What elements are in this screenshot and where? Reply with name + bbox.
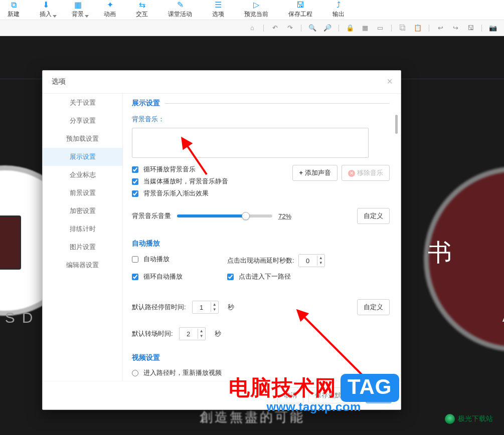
watermark-dlsite: 极光下载站 <box>445 414 493 424</box>
separator <box>481 25 482 32</box>
separator <box>339 25 339 32</box>
toolbar-label: 交互 <box>136 10 148 19</box>
row-mute-media: 当媒体播放时，背景音乐静音 <box>132 177 228 186</box>
redo-icon[interactable]: ↷ <box>286 24 294 32</box>
sidebar-item-editor[interactable]: 编辑器设置 <box>43 256 122 274</box>
checkbox-loop-autoplay[interactable] <box>132 274 138 280</box>
undo-icon[interactable]: ↶ <box>271 24 279 32</box>
toolbar-classroom[interactable]: ✎ 课堂活动 <box>168 0 192 20</box>
undo2-icon[interactable]: ↩ <box>436 24 444 32</box>
separator <box>429 25 429 32</box>
toolbar-label: 新建 <box>8 10 20 19</box>
row-click-delay: 点击出现动画延时秒数: ▲▼ <box>227 254 390 267</box>
redo2-icon[interactable]: ↪ <box>451 24 459 32</box>
slider-thumb[interactable] <box>242 212 250 220</box>
remove-icon: ✕ <box>348 170 355 177</box>
toolbar-insert[interactable]: ⬇ 插入 <box>40 0 52 20</box>
dl-logo-icon <box>445 414 455 424</box>
insert-icon: ⬇ <box>43 1 49 9</box>
delay-stepper[interactable]: ▲▼ <box>298 254 325 267</box>
sidebar-item-logo[interactable]: 企业标志 <box>43 166 122 184</box>
checkbox-label: 背景音乐渐入渐出效果 <box>143 189 209 198</box>
toolbar-label: 动画 <box>104 10 116 19</box>
sidebar-item-image[interactable]: 图片设置 <box>43 238 122 256</box>
sidebar-item-preload[interactable]: 预加载设置 <box>43 130 122 148</box>
toolbar-new[interactable]: ⧉ 新建 <box>8 0 20 20</box>
plus-icon: + <box>299 169 303 176</box>
checkbox-label: 循环自动播放 <box>143 272 183 281</box>
ruler-icon[interactable]: ▭ <box>376 24 384 32</box>
checkbox-fade[interactable] <box>132 190 138 197</box>
save-icon: 🖫 <box>296 1 304 9</box>
zoom-in-icon[interactable]: 🔍 <box>308 24 316 32</box>
close-icon[interactable]: × <box>387 76 393 87</box>
toolbar-animation[interactable]: ✦ 动画 <box>104 0 116 20</box>
path-stay-input[interactable] <box>193 301 211 313</box>
zoom-out-icon[interactable]: 🔎 <box>323 24 331 32</box>
lock-icon[interactable]: 🔒 <box>346 24 354 32</box>
toolbar-label: 选项 <box>212 10 224 19</box>
sidebar-item-foreground[interactable]: 前景设置 <box>43 184 122 202</box>
checkbox-label: 自动播放 <box>143 255 170 264</box>
transition-input[interactable] <box>180 328 198 340</box>
sidebar-item-share[interactable]: 分享设置 <box>43 112 122 130</box>
toolbar-label: 课堂活动 <box>168 10 192 19</box>
separator <box>301 25 301 32</box>
save2-icon[interactable]: 🖫 <box>466 24 474 32</box>
unit-seconds: 秒 <box>228 303 234 312</box>
row-loop-music: 循环播放背景音乐 <box>132 165 228 174</box>
checkbox-loop-music[interactable] <box>132 166 138 173</box>
checkbox-click-next[interactable] <box>227 274 234 280</box>
sidebar-item-display[interactable]: 展示设置 <box>43 148 122 166</box>
sidebar-item-rehearse[interactable]: 排练计时 <box>43 220 122 238</box>
toolbar-label: 保存工程 <box>288 10 312 19</box>
separator <box>263 25 264 32</box>
section-autoplay: 自动播放 <box>132 239 390 248</box>
toolbar-label: 输出 <box>332 10 345 19</box>
add-sound-button[interactable]: +添加声音 <box>292 165 338 181</box>
btn-label: 添加声音 <box>305 169 331 176</box>
copy-icon[interactable]: ⿻ <box>399 24 407 32</box>
spin-up-icon[interactable]: ▲ <box>211 302 218 307</box>
scrollbar-thumb[interactable] <box>395 115 398 134</box>
checkbox-autoplay[interactable] <box>132 256 138 263</box>
camera-icon[interactable]: 📷 <box>489 24 497 32</box>
dialog-sidebar: 关于设置 分享设置 预加载设置 展示设置 企业标志 前景设置 加密设置 排练计时… <box>43 94 123 381</box>
spin-up-icon[interactable]: ▲ <box>317 256 324 261</box>
divider <box>165 103 390 104</box>
delay-label: 点击出现动画延时秒数: <box>227 256 294 265</box>
row-fade: 背景音乐渐入渐出效果 <box>132 189 228 198</box>
delay-input[interactable] <box>299 255 317 267</box>
grid-icon[interactable]: ▦ <box>361 24 369 32</box>
toolbar-background[interactable]: ▦ 背景 <box>72 0 84 20</box>
caret-icon <box>53 15 57 18</box>
spin-down-icon[interactable]: ▼ <box>211 307 218 312</box>
row-loop-autoplay: 循环自动播放 <box>132 272 227 281</box>
volume-row: 背景音乐音量 72% 自定义 <box>132 208 390 224</box>
toolbar-interaction[interactable]: ⇆ 交互 <box>136 0 148 20</box>
radio-video-restart[interactable] <box>132 370 138 376</box>
spin-down-icon[interactable]: ▼ <box>198 334 205 339</box>
home-icon[interactable]: ⌂ <box>248 24 256 32</box>
transition-stepper[interactable]: ▲▼ <box>179 327 206 340</box>
volume-slider[interactable] <box>177 214 272 218</box>
preview-icon: ▷ <box>253 1 259 9</box>
sidebar-item-about[interactable]: 关于设置 <box>43 94 122 112</box>
toolbar-preview[interactable]: ▷ 预览当前 <box>244 0 268 20</box>
custom-volume-button[interactable]: 自定义 <box>357 208 390 224</box>
toolbar-save[interactable]: 🖫 保存工程 <box>288 0 312 20</box>
path-stay-stepper[interactable]: ▲▼ <box>192 301 219 314</box>
sidebar-item-encrypt[interactable]: 加密设置 <box>43 202 122 220</box>
section-title-text: 展示设置 <box>132 99 160 108</box>
spin-up-icon[interactable]: ▲ <box>198 329 205 334</box>
interaction-icon: ⇆ <box>139 1 145 9</box>
bg-music-textarea[interactable] <box>132 128 369 158</box>
classroom-icon: ✎ <box>177 1 184 9</box>
toolbar-export[interactable]: ⤴ 输出 <box>332 0 345 20</box>
remove-sound-button[interactable]: ✕移除音乐 <box>342 165 390 181</box>
toolbar-options[interactable]: ☰ 选项 <box>212 0 224 20</box>
paste-icon[interactable]: 📋 <box>414 24 422 32</box>
checkbox-mute-media[interactable] <box>132 178 138 185</box>
dl-site-label: 极光下载站 <box>458 414 493 423</box>
spin-down-icon[interactable]: ▼ <box>317 261 324 266</box>
